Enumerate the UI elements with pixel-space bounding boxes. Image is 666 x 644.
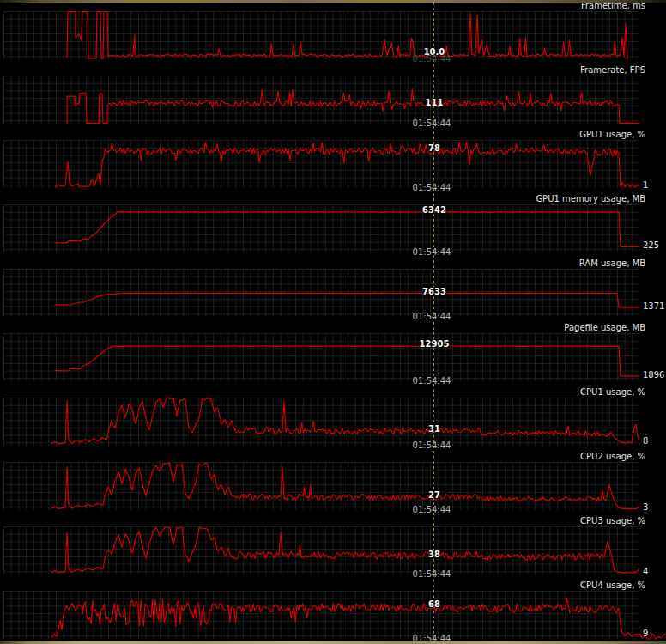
cursor-value-label: 6342 (422, 205, 446, 215)
end-value-label: 9 (643, 629, 648, 638)
panel-title: RAM usage, MB (579, 258, 645, 268)
panel-pagefile-usage: Pagefile usage, MB1290501:54:441896 (0, 322, 666, 386)
end-value-label: 225 (643, 240, 659, 250)
end-value-label: 8 (643, 436, 648, 446)
cursor-value-label: 7633 (422, 287, 446, 296)
panel-gpu1-memory: GPU1 memory usage, MB634201:54:44225 (0, 193, 666, 258)
series-line-cpu4-usage (51, 598, 639, 637)
cursor-value-label: 78 (428, 143, 440, 153)
series-line-cpu1-usage (51, 398, 639, 444)
panel-title: CPU2 usage, % (580, 452, 645, 461)
series-line-pagefile-usage (55, 346, 639, 376)
graph-grid-cpu3-usage[interactable] (3, 526, 639, 574)
panel-cpu1-usage: CPU1 usage, %3101:54:448 (0, 386, 666, 451)
panel-title: GPU1 usage, % (579, 130, 645, 139)
panel-cpu3-usage: CPU3 usage, %3801:54:444 (0, 515, 666, 580)
graph-grid-gpu1-usage[interactable] (3, 140, 639, 188)
panel-framerate: Framerate, FPS11101:54:44 (0, 64, 666, 129)
panel-frametime: Frametime, ms10.001:54:44 (0, 0, 666, 64)
cursor-time-label: 01:54:44 (413, 505, 451, 514)
graph-grid-gpu1-memory[interactable] (3, 204, 639, 252)
cursor-value-label: 68 (428, 599, 440, 609)
series-line-gpu1-memory (55, 212, 639, 247)
panel-title: GPU1 memory usage, MB (536, 194, 645, 204)
cursor-time-label: 01:54:44 (413, 376, 451, 386)
panel-cpu2-usage: CPU2 usage, %2701:54:443 (0, 451, 666, 515)
panel-cpu4-usage: CPU4 usage, %6801:54:449 (0, 580, 666, 644)
bottom-edge-strip (0, 641, 666, 644)
cursor-time-label: 01:54:44 (413, 183, 451, 192)
panel-gpu1-usage: GPU1 usage, %7801:54:441 (0, 129, 666, 193)
panel-title: Pagefile usage, MB (564, 323, 645, 332)
cursor-time-label: 01:54:44 (413, 247, 451, 257)
graph-grid-framerate[interactable] (3, 76, 639, 124)
end-value-label: 1896 (643, 370, 664, 380)
series-line-cpu2-usage (51, 463, 639, 509)
end-value-label: 1371 (643, 301, 664, 311)
cursor-time-label: 01:54:44 (413, 312, 451, 321)
hardware-monitor-window: Frametime, ms10.001:54:44Framerate, FPS1… (0, 0, 666, 644)
graph-grid-cpu2-usage[interactable] (3, 462, 639, 510)
graph-grid-pagefile-usage[interactable] (3, 333, 639, 381)
top-edge-strip (0, 0, 666, 3)
series-line-gpu1-usage (55, 143, 639, 187)
cursor-value-label: 12905 (420, 339, 450, 349)
panel-ram-usage: RAM usage, MB763301:54:441371 (0, 258, 666, 322)
cursor-value-label: 38 (428, 550, 440, 559)
end-value-label: 1 (643, 180, 648, 190)
series-line-cpu3-usage (51, 527, 639, 573)
end-value-label: 3 (643, 502, 648, 512)
cursor-time-label: 01:54:44 (413, 569, 451, 579)
panel-title: Framerate, FPS (580, 65, 645, 75)
cursor-value-label: 27 (428, 490, 440, 500)
graph-grid-frametime[interactable] (3, 11, 639, 59)
cursor-time-label: 01:54:44 (413, 54, 451, 64)
graph-grid-ram-usage[interactable] (3, 269, 639, 317)
series-line-frametime (67, 12, 627, 59)
cursor-value-label: 111 (426, 98, 444, 107)
end-value-label: 4 (643, 567, 648, 576)
series-line-ram-usage (55, 293, 639, 307)
panel-title: CPU4 usage, % (580, 580, 645, 590)
panel-title: CPU1 usage, % (580, 387, 645, 397)
panel-title: CPU3 usage, % (580, 516, 645, 526)
cursor-time-label: 01:54:44 (413, 118, 451, 128)
cursor-time-label: 01:54:44 (413, 440, 451, 450)
cursor-value-label: 31 (428, 424, 440, 434)
series-line-framerate (67, 89, 639, 124)
graph-grid-cpu4-usage[interactable] (3, 591, 639, 639)
graph-grid-cpu1-usage[interactable] (3, 398, 639, 446)
